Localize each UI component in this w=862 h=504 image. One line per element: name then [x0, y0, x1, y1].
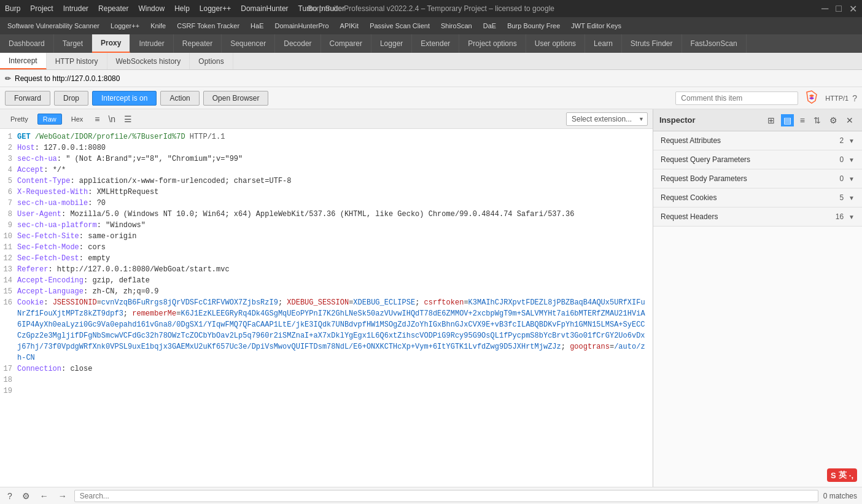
request-line-16: 16 Cookie: JSESSIONID=cvnVzqB6FuRrgs8jQr… [0, 297, 653, 363]
ext-item-shiroscan[interactable]: ShiroScan [436, 21, 477, 31]
request-line-18: 18 [0, 374, 653, 386]
ext-item-knife[interactable]: Knife [146, 21, 171, 31]
align-left-icon[interactable]: ≡ [798, 114, 807, 126]
chevron-down-icon: ▼ [848, 138, 855, 144]
request-line-19: 19 [0, 386, 653, 397]
ext-item-svs[interactable]: Software Vulnerability Scanner [2, 21, 104, 31]
wrap-icon[interactable]: ≡ [92, 113, 102, 125]
settings-bottom-icon[interactable]: ⚙ [20, 490, 33, 502]
menu-icon[interactable]: ☰ [122, 113, 134, 125]
inspector-panel: Inspector ⊞ ▤ ≡ ⇅ ⚙ ✕ Request Attributes… [653, 109, 862, 487]
nav-tab-logger[interactable]: Logger [371, 34, 412, 53]
request-line-3: 3 sec-ch-ua: " (Not A:Brand";v="8", "Chr… [0, 153, 653, 165]
help-icon[interactable]: ? [852, 93, 857, 103]
extension-select[interactable]: Select extension... [566, 112, 648, 126]
sub-tab-websockets[interactable]: WebSockets history [107, 53, 190, 69]
menu-repeater[interactable]: Repeater [98, 4, 128, 13]
ext-item-apikit[interactable]: APIKit [335, 21, 364, 31]
menu-logger[interactable]: Logger++ [200, 4, 231, 13]
body-params-header[interactable]: Request Body Parameters 0 ▼ [653, 169, 862, 188]
ext-item-jwteditor[interactable]: JWT Editor Keys [566, 21, 626, 31]
headers-header[interactable]: Request Headers 16 ▼ [653, 207, 862, 226]
nav-tab-learn[interactable]: Learn [585, 34, 622, 53]
request-line-8: 8 User-Agent: Mozilla/5.0 (Windows NT 10… [0, 209, 653, 220]
menu-intruder[interactable]: Intruder [63, 4, 88, 13]
sogou-ime-badge: S 英 ·, [827, 468, 857, 482]
close-button[interactable]: ✕ [849, 3, 857, 15]
ext-item-dhpro[interactable]: DomainHunterPro [270, 21, 334, 31]
minimize-button[interactable]: ─ [821, 3, 828, 14]
grid-view-icon[interactable]: ⊞ [765, 114, 777, 126]
extension-bar: Software Vulnerability Scanner Logger++ … [0, 17, 862, 34]
sort-icon[interactable]: ⇅ [811, 114, 823, 126]
burp-logo-icon [804, 90, 819, 104]
inspector-close-icon[interactable]: ✕ [844, 114, 856, 126]
nav-tab-sequencer[interactable]: Sequencer [222, 34, 275, 53]
nav-tab-struts[interactable]: Struts Finder [622, 34, 682, 53]
nav-tab-comparer[interactable]: Comparer [321, 34, 371, 53]
comment-input[interactable] [675, 91, 798, 105]
nav-tab-dashboard[interactable]: Dashboard [0, 34, 54, 53]
nav-tab-fastjson[interactable]: FastJsonScan [682, 34, 747, 53]
menu-domainhunter[interactable]: DomainHunter [241, 4, 288, 13]
maximize-button[interactable]: □ [836, 3, 842, 14]
protocol-label: HTTP/1 [825, 95, 848, 102]
chevron-down-icon: ▼ [848, 157, 855, 163]
request-attributes-header[interactable]: Request Attributes 2 ▼ [653, 131, 862, 150]
nav-tab-target[interactable]: Target [54, 34, 92, 53]
menu-window[interactable]: Window [138, 4, 165, 13]
sub-tab-http-history[interactable]: HTTP history [47, 53, 107, 69]
nav-tab-user-options[interactable]: User options [526, 34, 585, 53]
request-line-6: 6 X-Requested-With: XMLHttpRequest [0, 187, 653, 198]
intercept-toggle-button[interactable]: Intercept is on [92, 91, 157, 106]
hex-button[interactable]: Hex [66, 114, 89, 125]
ext-item-burpbounty[interactable]: Burp Bounty Free [502, 21, 565, 31]
body-params-section: Request Body Parameters 0 ▼ [653, 169, 862, 188]
menu-burp[interactable]: Burp [5, 4, 20, 13]
menu-help[interactable]: Help [174, 4, 190, 13]
request-line-14: 14 Accept-Encoding: gzip, deflate [0, 275, 653, 286]
cookies-header[interactable]: Request Cookies 5 ▼ [653, 188, 862, 207]
action-button[interactable]: Action [160, 91, 199, 106]
nav-tab-repeater[interactable]: Repeater [174, 34, 222, 53]
nav-tab-extender[interactable]: Extender [412, 34, 459, 53]
search-input[interactable] [74, 490, 818, 502]
editor-area: Pretty Raw Hex ≡ \n ☰ Select extension..… [0, 109, 653, 487]
request-line-12: 12 Sec-Fetch-Dest: empty [0, 253, 653, 264]
nav-tab-proxy[interactable]: Proxy [92, 34, 130, 53]
newline-icon[interactable]: \n [106, 113, 118, 125]
drop-button[interactable]: Drop [54, 91, 88, 106]
request-line-9: 9 sec-ch-ua-platform: "Windows" [0, 220, 653, 231]
settings-icon[interactable]: ⚙ [827, 114, 840, 126]
ext-item-dae[interactable]: DaE [478, 21, 501, 31]
main-navigation: Dashboard Target Proxy Intruder Repeater… [0, 34, 862, 53]
extension-select-wrap: Select extension... [566, 112, 648, 126]
help-bottom-icon[interactable]: ? [5, 490, 15, 502]
request-line-5: 5 Content-Type: application/x-www-form-u… [0, 176, 653, 187]
pretty-button[interactable]: Pretty [5, 114, 34, 125]
forward-nav-button[interactable]: → [56, 490, 69, 502]
ext-item-logger[interactable]: Logger++ [106, 21, 144, 31]
sub-tab-intercept[interactable]: Intercept [0, 53, 47, 69]
sub-tab-options[interactable]: Options [190, 53, 233, 69]
back-button[interactable]: ← [37, 490, 51, 502]
ime-badge-area: S 英 ·, [653, 463, 862, 487]
window-title: Burp Suite Professional v2022.2.4 – Temp… [308, 4, 554, 13]
nav-tab-project-options[interactable]: Project options [459, 34, 526, 53]
raw-button[interactable]: Raw [37, 114, 62, 125]
forward-button[interactable]: Forward [5, 91, 50, 106]
request-editor[interactable]: 1 GET /WebGoat/IDOR/profile/%7BuserId%7D… [0, 129, 653, 487]
request-line-2: 2 Host: 127.0.0.1:8080 [0, 142, 653, 153]
nav-tab-intruder[interactable]: Intruder [130, 34, 173, 53]
nav-tab-decoder[interactable]: Decoder [275, 34, 320, 53]
ext-item-hae[interactable]: HaE [246, 21, 268, 31]
ext-item-psc[interactable]: Passive Scan Client [365, 21, 435, 31]
request-line-13: 13 Referer: http://127.0.0.1:8080/WebGoa… [0, 264, 653, 275]
query-params-header[interactable]: Request Query Parameters 0 ▼ [653, 150, 862, 169]
open-browser-button[interactable]: Open Browser [203, 91, 269, 106]
menu-project[interactable]: Project [30, 4, 53, 13]
ext-item-csrf[interactable]: CSRF Token Tracker [172, 21, 244, 31]
request-line-11: 11 Sec-Fetch-Mode: cors [0, 242, 653, 253]
request-url-bar: ✏ Request to http://127.0.0.1:8080 [0, 70, 862, 87]
list-view-icon[interactable]: ▤ [781, 114, 794, 126]
